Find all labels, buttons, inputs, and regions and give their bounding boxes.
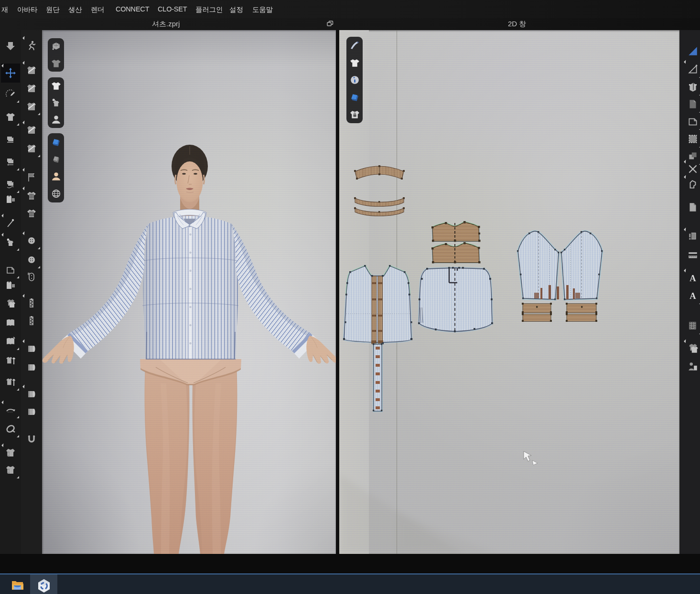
svg-text:A: A [689,273,696,283]
svg-text:A: A [689,291,696,301]
